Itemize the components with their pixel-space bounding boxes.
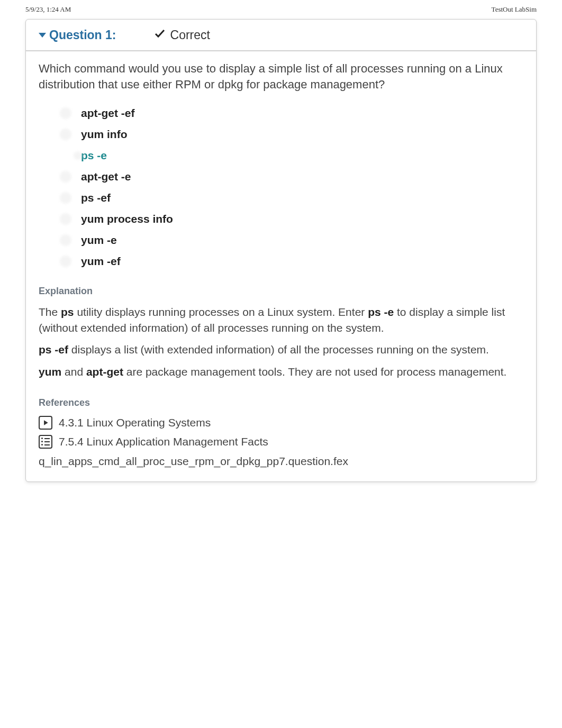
answer-option[interactable]: apt-get -ef — [60, 107, 523, 120]
answer-option-text: ps -ef — [81, 192, 111, 204]
question-number: Question 1: — [49, 28, 116, 42]
answer-option[interactable]: yum process info — [60, 213, 523, 225]
question-header[interactable]: Question 1: Correct — [26, 20, 536, 51]
check-icon — [153, 27, 166, 43]
answer-option[interactable]: ps -ef — [60, 192, 523, 204]
radio-icon — [60, 192, 71, 204]
answer-option[interactable]: yum -e — [60, 234, 523, 247]
status-indicator: Correct — [153, 27, 210, 43]
radio-icon — [60, 171, 71, 183]
answer-option-text: yum -e — [81, 234, 117, 247]
answer-option-text: apt-get -ef — [81, 107, 135, 120]
radio-icon — [60, 129, 71, 140]
answer-option-text: apt-get -e — [81, 170, 131, 183]
reference-link[interactable]: 7.5.4 Linux Application Management Facts — [39, 435, 523, 449]
radio-icon — [60, 213, 71, 225]
list-icon — [39, 435, 52, 449]
answer-option[interactable]: apt-get -e — [60, 170, 523, 183]
reference-text: 4.3.1 Linux Operating Systems — [59, 416, 211, 429]
explanation-paragraph: The ps utility displays running processe… — [39, 304, 523, 335]
explanation-section: Explanation The ps utility displays runn… — [39, 286, 523, 379]
radio-selected-icon — [60, 150, 71, 161]
answer-option[interactable]: ps -e — [60, 149, 523, 162]
radio-icon — [60, 256, 71, 267]
print-title: TestOut LabSim — [492, 5, 537, 14]
video-icon — [39, 416, 52, 430]
question-prompt: Which command would you use to display a… — [39, 61, 523, 92]
answer-option-text: ps -e — [81, 149, 107, 162]
radio-icon — [60, 234, 71, 246]
status-text: Correct — [170, 28, 210, 42]
answer-option[interactable]: yum info — [60, 128, 523, 141]
references-section: References 4.3.1 Linux Operating Systems… — [39, 397, 523, 468]
reference-text: 7.5.4 Linux Application Management Facts — [59, 435, 268, 448]
question-card: Question 1: Correct Which command would … — [25, 19, 537, 482]
question-title-group: Question 1: — [39, 28, 116, 42]
answer-options: apt-get -efyum infops -eapt-get -eps -ef… — [39, 107, 523, 268]
explanation-heading: Explanation — [39, 286, 523, 297]
explanation-paragraph: yum and apt-get are package management t… — [39, 364, 523, 379]
answer-option-text: yum info — [81, 128, 128, 141]
answer-option-text: yum process info — [81, 213, 173, 225]
radio-icon — [60, 107, 71, 119]
question-file-id: q_lin_apps_cmd_all_proc_use_rpm_or_dpkg_… — [39, 455, 523, 468]
reference-link[interactable]: 4.3.1 Linux Operating Systems — [39, 416, 523, 430]
question-body: Which command would you use to display a… — [26, 51, 536, 481]
svg-marker-0 — [44, 420, 48, 425]
answer-option[interactable]: yum -ef — [60, 255, 523, 268]
references-heading: References — [39, 397, 523, 408]
explanation-paragraph: ps -ef displays a list (with extended in… — [39, 342, 523, 357]
answer-option-text: yum -ef — [81, 255, 121, 268]
page-header: 5/9/23, 1:24 AM TestOut LabSim — [0, 0, 562, 16]
print-timestamp: 5/9/23, 1:24 AM — [25, 5, 71, 14]
caret-down-icon — [39, 33, 46, 38]
